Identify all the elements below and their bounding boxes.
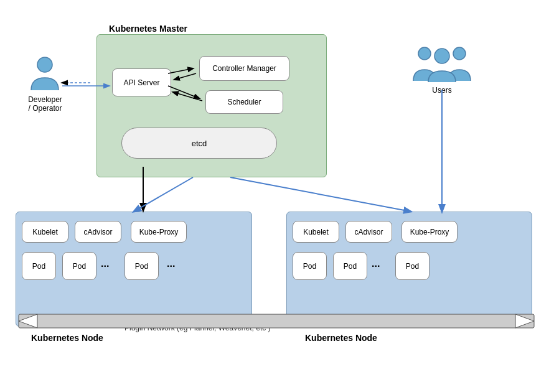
diagram-container: Kubernetes Master API Server Controller … (0, 0, 554, 392)
svg-point-2 (453, 47, 466, 60)
plugin-network-label: Plugin Network (eg Flannel, Weavenet, et… (124, 324, 271, 332)
kubelet-left: Kubelet (22, 221, 68, 243)
svg-point-3 (434, 49, 449, 63)
pod1-left: Pod (22, 252, 56, 280)
blue-to-right (230, 177, 411, 212)
svg-point-1 (418, 47, 431, 60)
scheduler-box: Scheduler (205, 90, 283, 114)
api-server-box: API Server (112, 68, 171, 96)
dots2-left: ... (167, 258, 175, 269)
node-label-right: Kubernetes Node (305, 333, 377, 343)
developer-icon (28, 56, 62, 93)
kubelet-right: Kubelet (293, 221, 339, 243)
cadvisor-left: cAdvisor (75, 221, 121, 243)
pod2-right: Pod (333, 252, 367, 280)
pod3-left: Pod (124, 252, 159, 280)
kubeproxy-left: Kube-Proxy (131, 221, 187, 243)
users-label: Users (432, 86, 451, 95)
dots1-left: ... (101, 258, 109, 269)
users-icon (411, 44, 473, 84)
node-label-left: Kubernetes Node (31, 333, 103, 343)
pod1-right: Pod (293, 252, 327, 280)
controller-manager-box: Controller Manager (199, 56, 289, 81)
developer-label: Developer/ Operator (28, 95, 62, 113)
svg-point-0 (37, 57, 52, 72)
dots1-right: ... (372, 258, 380, 269)
blue-to-left (134, 177, 193, 212)
pod3-right: Pod (395, 252, 430, 280)
etcd-box: etcd (121, 128, 277, 159)
developer-figure: Developer/ Operator (28, 56, 62, 113)
pod2-left: Pod (62, 252, 96, 280)
users-figure: Users (411, 44, 473, 95)
cadvisor-right: cAdvisor (345, 221, 392, 243)
master-title: Kubernetes Master (109, 24, 187, 34)
kubeproxy-right: Kube-Proxy (401, 221, 458, 243)
